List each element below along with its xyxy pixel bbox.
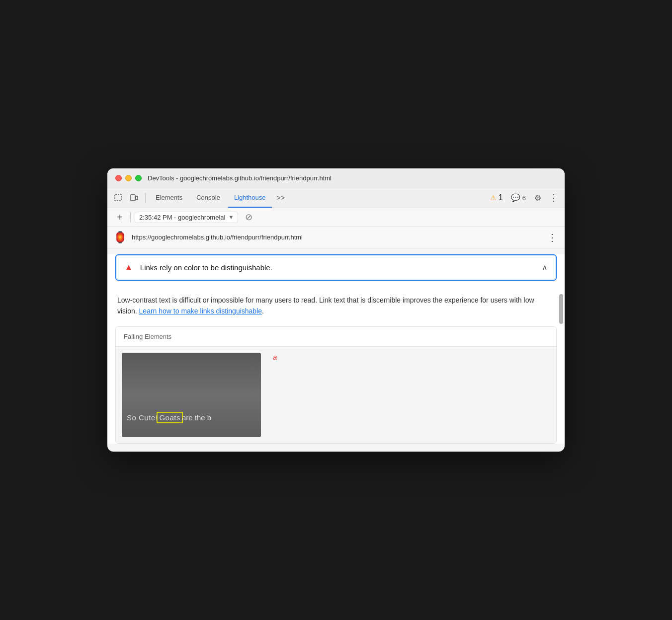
toolbar-row: + 2:35:42 PM - googlechromelal ▼ ⊘ bbox=[107, 208, 565, 227]
more-options-button[interactable]: ⋮ bbox=[547, 191, 561, 205]
screenshot-overlay: So Cute! Goats are the b bbox=[127, 413, 256, 422]
dropdown-arrow-icon: ▼ bbox=[228, 214, 234, 220]
audit-item: ▲ Links rely on color to be distinguisha… bbox=[115, 254, 557, 281]
lighthouse-icon: 🏮 bbox=[113, 231, 127, 244]
device-toolbar-icon[interactable] bbox=[127, 191, 141, 205]
screenshot-text-before: So Cute! bbox=[127, 413, 158, 422]
failing-elements-body: So Cute! Goats are the b a bbox=[116, 347, 556, 443]
svg-rect-0 bbox=[115, 194, 121, 201]
clear-button[interactable]: ⊘ bbox=[242, 211, 255, 224]
svg-rect-1 bbox=[131, 195, 135, 201]
warning-icon: ⚠ bbox=[490, 194, 497, 202]
scrollbar[interactable] bbox=[559, 294, 563, 324]
url-menu-button[interactable]: ⋮ bbox=[546, 231, 559, 244]
add-button[interactable]: + bbox=[113, 211, 126, 224]
devtools-window: DevTools - googlechromelabs.github.io/fr… bbox=[107, 168, 565, 452]
traffic-lights bbox=[115, 175, 142, 181]
tab-console[interactable]: Console bbox=[190, 188, 226, 208]
tab-elements[interactable]: Elements bbox=[150, 188, 188, 208]
main-content: ▲ Links rely on color to be distinguisha… bbox=[107, 254, 565, 444]
description-period: . bbox=[262, 307, 264, 315]
node-label: a bbox=[269, 349, 281, 365]
page-url: https://googlechromelabs.github.io/frien… bbox=[132, 233, 541, 241]
failing-elements-section: Failing Elements So Cute! Goats are the … bbox=[115, 326, 557, 444]
toolbar-divider bbox=[130, 212, 131, 222]
settings-button[interactable]: ⚙ bbox=[531, 191, 545, 205]
screenshot-thumbnail: So Cute! Goats are the b bbox=[122, 353, 261, 437]
close-button[interactable] bbox=[115, 175, 122, 181]
screenshot-highlighted-text: Goats bbox=[158, 413, 182, 422]
learn-link[interactable]: Learn how to make links distinguishable bbox=[139, 307, 262, 315]
window-title: DevTools - googlechromelabs.github.io/fr… bbox=[148, 174, 332, 182]
node-label-column: a bbox=[269, 353, 281, 362]
audit-warning-icon: ▲ bbox=[124, 262, 133, 273]
timestamp-chip[interactable]: 2:35:42 PM - googlechromelal ▼ bbox=[135, 212, 238, 223]
screenshot-text-after: are the b bbox=[182, 413, 211, 422]
warnings-button[interactable]: ⚠ 1 bbox=[487, 192, 506, 203]
tab-divider bbox=[145, 193, 146, 203]
messages-button[interactable]: 💬 6 bbox=[508, 192, 529, 203]
url-bar-row: 🏮 https://googlechromelabs.github.io/fri… bbox=[107, 227, 565, 248]
audit-title: Links rely on color to be distinguishabl… bbox=[140, 263, 535, 272]
audit-description: Low-contrast text is difficult or imposs… bbox=[107, 287, 565, 327]
select-tool-icon[interactable] bbox=[111, 191, 125, 205]
failing-elements-header: Failing Elements bbox=[116, 327, 556, 347]
minimize-button[interactable] bbox=[125, 175, 132, 181]
tab-lighthouse[interactable]: Lighthouse bbox=[228, 188, 272, 208]
title-bar: DevTools - googlechromelabs.github.io/fr… bbox=[107, 168, 565, 188]
devtools-tab-bar: Elements Console Lighthouse >> ⚠ 1 💬 6 ⚙… bbox=[107, 188, 565, 208]
message-icon: 💬 bbox=[511, 193, 520, 202]
audit-collapse-icon[interactable]: ∧ bbox=[542, 263, 548, 272]
svg-rect-2 bbox=[136, 196, 138, 200]
more-tabs-button[interactable]: >> bbox=[274, 194, 288, 202]
audit-header[interactable]: ▲ Links rely on color to be distinguisha… bbox=[116, 255, 556, 280]
maximize-button[interactable] bbox=[135, 175, 142, 181]
